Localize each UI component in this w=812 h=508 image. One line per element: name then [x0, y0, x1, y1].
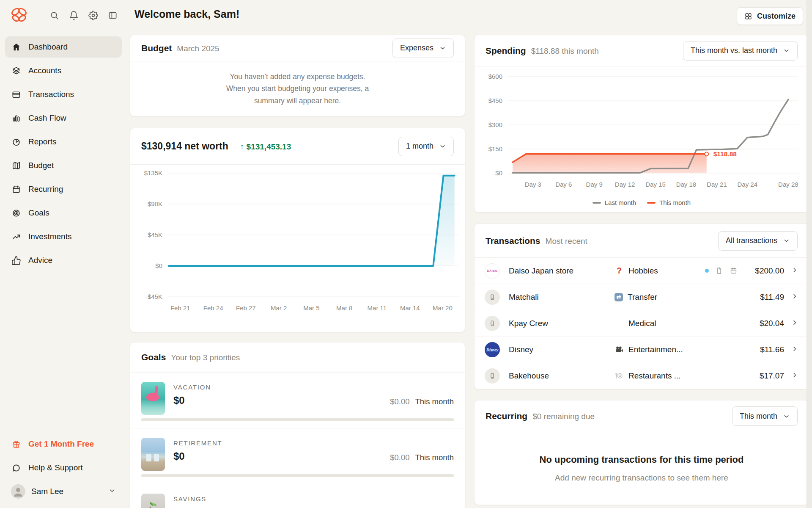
promo-get-month-free[interactable]: Get 1 Month Free [5, 433, 122, 455]
help-support[interactable]: Help & Support [5, 457, 122, 478]
monarch-logo-icon[interactable] [9, 7, 29, 24]
chevron-right-icon[interactable] [791, 371, 798, 381]
chevron-down-icon [439, 44, 446, 52]
sidebar-item-investments[interactable]: Investments [5, 226, 122, 247]
goal-current-amount: $28 [173, 506, 465, 508]
sidebar-item-dashboard[interactable]: Dashboard [5, 36, 122, 58]
credit-card-icon [11, 89, 21, 99]
target-icon [11, 208, 21, 218]
sidebar-item-goals[interactable]: Goals [5, 202, 122, 224]
goal-row-savings[interactable]: SAVINGS $28 $0.00 (0%) This month [130, 484, 465, 508]
sidebar-item-label: Goals [28, 208, 49, 218]
spending-compare-dropdown[interactable]: This month vs. last month [683, 41, 798, 61]
spending-title: Spending [486, 46, 526, 56]
sidebar-item-advice[interactable]: Advice [5, 250, 122, 271]
transactions-title: Transactions [486, 236, 540, 246]
net-worth-range-dropdown[interactable]: 1 month [398, 137, 454, 156]
chevron-down-icon [783, 413, 790, 420]
recurring-card: Recurring $0 remaining due This month No… [474, 400, 809, 505]
chevron-right-icon[interactable] [791, 319, 798, 328]
bell-icon [69, 11, 79, 20]
net-worth-delta: ↑ $131,453.13 [240, 142, 291, 152]
user-menu[interactable]: Sam Lee [5, 481, 122, 502]
app-root: Dashboard Accounts Transactions Cash Flo… [0, 0, 812, 508]
merchant-name: Bakehouse [509, 371, 614, 381]
merchant-name: Daiso Japan store [509, 266, 614, 276]
svg-text:Feb 24: Feb 24 [203, 304, 223, 312]
svg-text:$600: $600 [488, 73, 502, 80]
svg-text:$90K: $90K [148, 200, 162, 207]
svg-text:Feb 27: Feb 27 [236, 304, 256, 312]
calendar-icon [11, 184, 21, 194]
sidebar-item-cash-flow[interactable]: Cash Flow [5, 108, 122, 129]
collapse-sidebar-button[interactable] [106, 8, 119, 22]
sidebar-item-accounts[interactable]: Accounts [5, 60, 122, 81]
transaction-row[interactable]: Matchali ⇄ Transfer $11.49 [475, 284, 809, 310]
transactions-card: Transactions Most recent All transaction… [474, 224, 809, 389]
gear-icon [88, 11, 98, 20]
goals-card: Goals Your top 3 priorities VACATION $0 … [130, 342, 465, 508]
svg-text:$45K: $45K [148, 231, 162, 238]
goal-image-vacation [141, 382, 165, 415]
avatar [11, 484, 25, 499]
sidebar-item-budget[interactable]: Budget [5, 155, 122, 176]
merchant-logo-daiso: DAISO [485, 263, 500, 279]
promo-label: Get 1 Month Free [28, 439, 94, 449]
chevron-right-icon[interactable] [791, 266, 798, 276]
recurring-range-dropdown[interactable]: This month [732, 406, 798, 426]
goal-name: VACATION [173, 384, 465, 391]
customize-button[interactable]: Customize [737, 7, 803, 25]
search-icon [49, 11, 59, 20]
chevron-right-icon[interactable] [791, 293, 798, 302]
spending-card: Spending $118.88 this month This month v… [474, 35, 809, 213]
transaction-amount: $11.49 [745, 293, 784, 302]
sidebar-item-transactions[interactable]: Transactions [5, 84, 122, 105]
transaction-row[interactable]: Disney Disney Entertainmen... $11.66 [475, 337, 809, 363]
sidebar-item-recurring[interactable]: Recurring [5, 179, 122, 200]
notifications-button[interactable] [67, 8, 80, 22]
sidebar-item-label: Budget [28, 161, 54, 170]
grid-icon [744, 12, 752, 20]
user-name: Sam Lee [31, 487, 63, 496]
svg-text:Day 21: Day 21 [707, 181, 727, 188]
budget-type-dropdown[interactable]: Expenses [392, 39, 454, 58]
question-mark-icon: ? [614, 266, 624, 276]
recurring-empty-subtitle: Add new recurring transactions to see th… [555, 473, 728, 483]
goal-row-retirement[interactable]: RETIREMENT $0 $0.00 This month [130, 428, 465, 484]
sidebar-item-reports[interactable]: Reports [5, 131, 122, 152]
net-worth-chart: $135K$90K$45K$0-$45KFeb 21Feb 24Feb 27Ma… [130, 166, 466, 318]
transaction-amount: $200.00 [745, 266, 784, 276]
svg-text:$150: $150 [488, 145, 502, 152]
budget-subtitle: March 2025 [177, 44, 219, 53]
transaction-row[interactable]: Bakehouse Restaurants ... $17.07 [475, 363, 809, 389]
svg-text:Day 9: Day 9 [586, 181, 603, 188]
transaction-row[interactable]: Kpay Crew Medical $20.04 [475, 310, 809, 336]
category-label: Medical [628, 319, 656, 328]
svg-text:Mar 2: Mar 2 [271, 304, 287, 312]
category-label: Hobbies [628, 266, 658, 276]
svg-text:Mar 8: Mar 8 [336, 304, 352, 312]
recurring-empty-title: No upcoming transactions for this time p… [540, 454, 744, 465]
trending-up-icon [11, 232, 21, 242]
settings-button[interactable] [86, 8, 100, 22]
bar-chart-icon [11, 113, 21, 123]
transaction-row[interactable]: DAISO Daiso Japan store ? Hobbies $200.0… [475, 258, 809, 284]
sidebar-quick-actions [47, 8, 119, 22]
category-label: Restaurants ... [628, 371, 681, 381]
svg-text:$135K: $135K [144, 169, 162, 177]
page-title: Welcome back, Sam! [134, 8, 239, 20]
goal-image-savings [141, 494, 165, 508]
legend-item: This month [647, 199, 691, 206]
search-button[interactable] [47, 8, 61, 22]
spending-chart: $600$450$300$150$0Day 3Day 6Day 9Day 12D… [475, 68, 809, 195]
svg-text:-$45K: -$45K [145, 293, 162, 300]
sidebar-item-label: Reports [28, 137, 57, 146]
goal-month-label: This month [415, 453, 454, 462]
goal-row-vacation[interactable]: VACATION $0 $0.00 This month [130, 372, 465, 428]
transactions-filter-dropdown[interactable]: All transactions [718, 231, 798, 251]
legend-swatch-icon [647, 202, 656, 204]
scrollbar[interactable] [807, 0, 812, 508]
sidebar-top [5, 6, 122, 25]
svg-text:Mar 14: Mar 14 [400, 304, 420, 312]
chevron-right-icon[interactable] [791, 345, 798, 354]
